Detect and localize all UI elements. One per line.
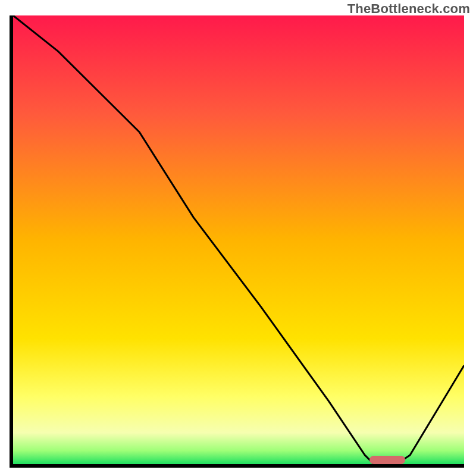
chart-container: TheBottleneck.com xyxy=(0,0,476,476)
bottleneck-curve xyxy=(13,15,464,464)
optimal-range-marker xyxy=(369,456,406,464)
x-axis xyxy=(10,464,464,468)
plot-area xyxy=(13,15,464,464)
